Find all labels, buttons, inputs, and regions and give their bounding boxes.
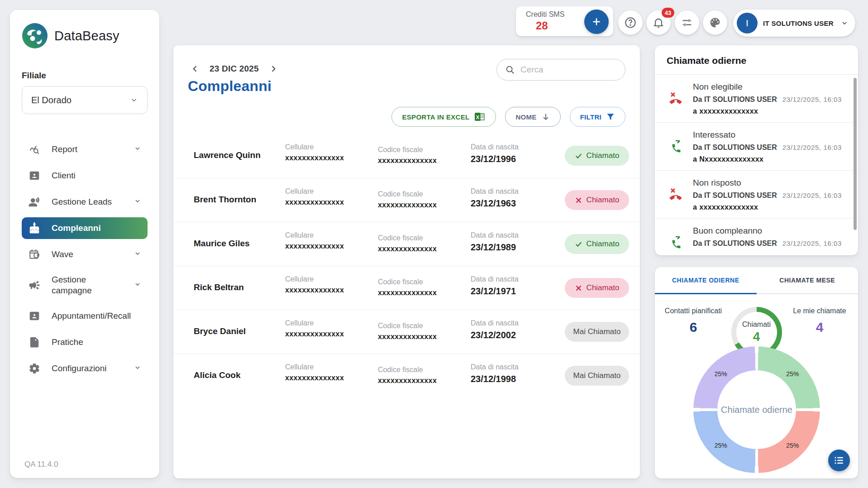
metric-my-calls: Le mie chiamate 4: [787, 301, 853, 335]
calls-donut-chart: Chiamate odierne 25%25%25%25%: [693, 346, 820, 473]
documents-icon: [28, 336, 41, 349]
sidebar-item-label: Appuntamenti/Recall: [52, 311, 141, 321]
birthdays-panel: 23 DIC 2025 Compleanni ESPORTA IN EXCEL …: [173, 45, 640, 478]
called-value: 4: [753, 330, 760, 344]
birthdate-value: 23/12/1971: [471, 286, 519, 297]
search-box[interactable]: [496, 59, 625, 81]
tab-chiamate-odierne[interactable]: CHIAMATE ODIERNE: [655, 267, 757, 293]
search-icon: [505, 65, 515, 75]
notifications-badge: 43: [662, 8, 674, 18]
call-from: Da IT SOLUTIONS USER: [693, 191, 777, 200]
sort-by-name-button[interactable]: NOME: [505, 107, 560, 127]
arrow-down-icon: [541, 112, 550, 121]
column-label: Cellulare: [285, 143, 344, 151]
call-from: Da IT SOLUTIONS USER: [693, 96, 777, 104]
status-badge[interactable]: Chiamato: [565, 278, 629, 298]
table-row[interactable]: Alicia Cook Cellularexxxxxxxxxxxxxx Codi…: [173, 354, 640, 397]
sidebar-item-pratiche[interactable]: Pratiche: [22, 331, 148, 353]
call-entry[interactable]: Interessato Da IT SOLUTIONS USER23/12/20…: [655, 123, 858, 171]
wave-icon: [28, 248, 41, 261]
tab-chiamate-mese[interactable]: CHIAMATE MESE: [757, 267, 858, 293]
status-badge[interactable]: Chiamato: [565, 190, 629, 210]
call-timestamp: 23/12/2025, 16:03: [782, 96, 842, 103]
contact-name: Rick Beltran: [194, 282, 244, 292]
sidebar: DataBeasy Filiale El Dorado Report Clien…: [10, 10, 159, 478]
donut-slice-label: 25%: [786, 370, 799, 378]
call-to: a Nxxxxxxxxxxxxxx: [693, 155, 842, 163]
table-row[interactable]: Lawrence Quinn Cellularexxxxxxxxxxxxxx C…: [173, 134, 640, 178]
add-credits-button[interactable]: [584, 10, 609, 34]
status-badge[interactable]: Mai Chiamato: [565, 366, 629, 386]
sidebar-item-report[interactable]: Report: [22, 139, 148, 160]
sidebar-item-compleanni[interactable]: Compleanni: [22, 217, 148, 239]
table-row[interactable]: Bryce Daniel Cellularexxxxxxxxxxxxxx Cod…: [173, 310, 640, 354]
donut-slice-label: 25%: [715, 370, 727, 378]
contact-name: Brent Thornton: [194, 195, 256, 205]
sidebar-item-appuntamenti-recall[interactable]: Appuntamenti/Recall: [22, 305, 148, 327]
appointments-icon: [28, 310, 41, 322]
user-name: IT SOLUTIONS USER: [763, 19, 835, 27]
theme-button[interactable]: [703, 10, 727, 35]
filters-button[interactable]: FILTRI: [570, 107, 625, 127]
status-badge[interactable]: Chiamato: [565, 234, 629, 254]
status-badge[interactable]: Mai Chiamato: [565, 322, 629, 342]
sidebar-item-label: Report: [52, 144, 123, 155]
leads-icon: [28, 196, 41, 208]
sidebar-item-wave[interactable]: Wave: [22, 244, 148, 265]
call-from: Da IT SOLUTIONS USER: [693, 144, 777, 152]
calls-stats-panel: CHIAMATE ODIERNE CHIAMATE MESE Contatti …: [655, 267, 858, 478]
fiscal-code-value: xxxxxxxxxxxxxx: [378, 157, 437, 165]
call-outcome: Buon compleanno: [693, 226, 842, 236]
table-row[interactable]: Brent Thornton Cellularexxxxxxxxxxxxxx C…: [173, 178, 640, 222]
filiale-select[interactable]: El Dorado: [22, 86, 148, 114]
check-icon: [575, 240, 582, 248]
status-badge[interactable]: Chiamato: [565, 146, 629, 166]
notifications-button[interactable]: 43: [646, 10, 671, 35]
help-button[interactable]: [618, 10, 643, 35]
call-entry[interactable]: Buon compleanno Da IT SOLUTIONS USER23/1…: [655, 219, 858, 255]
birthdate-value: 23/12/1998: [471, 374, 519, 384]
sidebar-item-label: Gestione campagne: [52, 274, 123, 296]
sidebar-item-label: Configurazioni: [52, 363, 123, 374]
call-outgoing-icon: [668, 139, 684, 153]
birthdate-value: 23/12/1996: [471, 154, 519, 164]
call-from: Da IT SOLUTIONS USER: [693, 239, 777, 248]
list-view-fab[interactable]: [828, 450, 850, 471]
sidebar-item-label: Compleanni: [52, 223, 141, 234]
call-outcome: Interessato: [693, 130, 842, 140]
next-day-button[interactable]: [266, 62, 281, 76]
sidebar-item-gestione-leads[interactable]: Gestione Leads: [22, 191, 148, 213]
sidebar-item-label: Clienti: [52, 170, 141, 181]
table-row[interactable]: Rick Beltran Cellularexxxxxxxxxxxxxx Cod…: [173, 266, 640, 310]
preferences-button[interactable]: [675, 10, 699, 35]
sidebar-item-configurazioni[interactable]: Configurazioni: [22, 358, 148, 379]
user-menu[interactable]: I IT SOLUTIONS USER: [733, 10, 855, 37]
phone-value: xxxxxxxxxxxxxx: [285, 330, 344, 338]
sidebar-item-label: Gestione Leads: [52, 196, 123, 207]
filter-icon: [606, 112, 615, 121]
check-icon: [575, 152, 582, 160]
phone-value: xxxxxxxxxxxxxx: [285, 198, 344, 206]
plus-icon: [591, 16, 602, 28]
chevron-down-icon: [134, 250, 141, 259]
chevron-down-icon: [134, 281, 141, 290]
clients-icon: [28, 169, 41, 182]
phone-value: xxxxxxxxxxxxxx: [285, 154, 344, 162]
fiscal-code-value: xxxxxxxxxxxxxx: [378, 333, 437, 341]
call-entry[interactable]: Non risposto Da IT SOLUTIONS USER23/12/2…: [655, 171, 858, 219]
table-row[interactable]: Maurice Giles Cellularexxxxxxxxxxxxxx Co…: [173, 222, 640, 266]
sidebar-item-clienti[interactable]: Clienti: [22, 165, 148, 187]
donut-center-label: Chiamate odierne: [721, 405, 792, 415]
prev-day-button[interactable]: [188, 62, 202, 76]
call-entry[interactable]: Non elegibile Da IT SOLUTIONS USER23/12/…: [655, 75, 858, 123]
search-input[interactable]: [520, 65, 617, 75]
sidebar-item-gestione-campagne[interactable]: Gestione campagne: [22, 270, 148, 301]
date-navigation: 23 DIC 2025: [188, 62, 281, 76]
scrollbar[interactable]: [854, 78, 857, 230]
x-icon: [575, 196, 582, 204]
databeasy-logo-icon: [22, 23, 48, 49]
filiale-label: Filiale: [22, 71, 148, 81]
help-icon: [624, 16, 637, 29]
export-excel-button[interactable]: ESPORTA IN EXCEL X: [391, 107, 496, 127]
birthdate-value: 23/12/1989: [471, 242, 519, 253]
